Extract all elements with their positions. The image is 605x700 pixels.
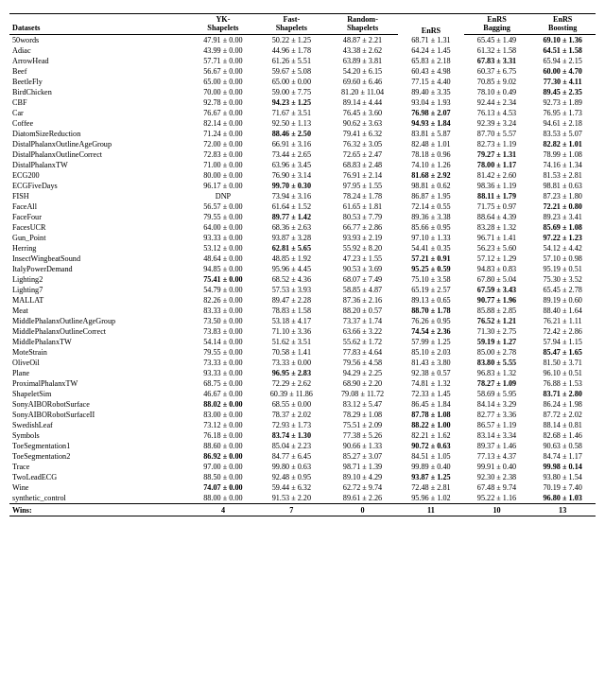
cell: FaceAll (9, 201, 190, 212)
table-row: InsectWingbeatSound48.64 ± 0.0048.85 ± 1… (9, 254, 596, 264)
cell: ArrowHead (9, 56, 190, 66)
cell: 78.29 ± 1.08 (327, 410, 398, 420)
cell: 88.60 ± 0.00 (190, 441, 256, 451)
cell: 83.12 ± 5.47 (327, 399, 398, 410)
cell: Herring (9, 243, 190, 254)
table-row: BirdChicken70.00 ± 0.0059.00 ± 7.7581.20… (9, 87, 596, 97)
cell: 93.80 ± 1.54 (529, 472, 596, 482)
cell: 62.72 ± 9.74 (327, 482, 398, 493)
bold-cell: 64.51 ± 1.58 (529, 45, 596, 56)
col-header-enrs-bagging: EnRS (464, 14, 530, 25)
bold-cell: 59.19 ± 1.27 (464, 337, 530, 347)
cell: 69.60 ± 6.46 (327, 77, 398, 87)
table-row: ECG20080.00 ± 0.0076.90 ± 3.1476.91 ± 2.… (9, 170, 596, 181)
col-subheader-enrs-boosting: Boosting (529, 24, 596, 35)
cell: Trace (9, 462, 190, 472)
cell: 97.00 ± 0.00 (190, 462, 256, 472)
cell: 82.68 ± 1.46 (529, 430, 596, 441)
header-row-2: Datasets Shapelets Shapelets Shapelets B… (9, 24, 596, 35)
table-row: FacesUCR64.00 ± 0.0068.36 ± 2.6366.77 ± … (9, 222, 596, 233)
cell: 93.33 ± 0.00 (190, 368, 256, 378)
cell: 86.57 ± 1.19 (464, 420, 530, 430)
table-row: Lighting754.79 ± 0.0057.53 ± 3.9358.85 ±… (9, 285, 596, 295)
cell: 85.00 ± 2.78 (464, 347, 530, 358)
cell: 76.26 ± 0.95 (398, 316, 464, 326)
cell: 59.67 ± 5.08 (256, 66, 327, 77)
cell: 89.23 ± 3.41 (529, 212, 596, 222)
bold-cell: 62.81 ± 5.65 (256, 243, 327, 254)
cell: 54.14 ± 0.00 (190, 337, 256, 347)
cell: 65.00 ± 0.00 (256, 77, 327, 87)
table-row: Plane93.33 ± 0.0096.95 ± 2.8394.29 ± 2.2… (9, 368, 596, 378)
wins-row: Wins:470111013 (9, 504, 596, 516)
cell: 86.45 ± 1.84 (398, 399, 464, 410)
cell: TwoLeadECG (9, 472, 190, 482)
table-row: ItalyPowerDemand94.85 ± 0.0095.96 ± 4.45… (9, 264, 596, 274)
cell: 91.53 ± 2.20 (256, 493, 327, 504)
bold-cell: 87.78 ± 1.08 (398, 410, 464, 420)
cell: 88.00 ± 0.00 (190, 493, 256, 504)
cell: 89.13 ± 0.65 (398, 295, 464, 306)
bold-cell: 94.93 ± 1.84 (398, 118, 464, 129)
cell: 71.75 ± 0.97 (464, 201, 530, 212)
cell: 98.36 ± 1.19 (464, 181, 530, 191)
cell: 86.87 ± 1.95 (398, 191, 464, 201)
cell: 85.66 ± 0.95 (398, 222, 464, 233)
cell: ItalyPowerDemand (9, 264, 190, 274)
table-row: SonyAIBORobotSurface88.02 ± 0.0068.55 ± … (9, 399, 596, 410)
cell: 83.53 ± 5.07 (529, 129, 596, 139)
wins-value: 0 (327, 504, 398, 516)
cell: 90.53 ± 3.69 (327, 264, 398, 274)
cell: 50words (9, 35, 190, 46)
cell: 83.28 ± 1.32 (464, 222, 530, 233)
cell: DistalPhalanxOutlineCorrect (9, 149, 190, 160)
cell: 79.41 ± 6.32 (327, 129, 398, 139)
cell: 54.12 ± 4.42 (529, 243, 596, 254)
cell: ShapeletSim (9, 389, 190, 399)
cell: 50.22 ± 1.25 (256, 35, 327, 46)
bold-cell: 74.54 ± 2.36 (398, 326, 464, 337)
cell: 94.61 ± 2.18 (529, 118, 596, 129)
table-row: ToeSegmentation188.60 ± 0.0085.04 ± 2.23… (9, 441, 596, 451)
cell: 88.20 ± 0.57 (327, 306, 398, 316)
bold-cell: 77.30 ± 4.11 (529, 77, 596, 87)
col-subheader-yk: Shapelets (190, 24, 256, 35)
table-row: ArrowHead57.71 ± 0.0061.26 ± 5.5163.89 ±… (9, 56, 596, 66)
cell: 81.53 ± 2.81 (529, 170, 596, 181)
cell: 93.04 ± 1.93 (398, 97, 464, 108)
col-header-yk: YK- (190, 14, 256, 25)
cell: 92.30 ± 2.38 (464, 472, 530, 482)
cell: 56.23 ± 5.60 (464, 243, 530, 254)
cell: 80.53 ± 7.79 (327, 212, 398, 222)
cell: 95.22 ± 1.16 (464, 493, 530, 504)
cell: 77.13 ± 4.37 (464, 451, 530, 462)
cell: 78.37 ± 2.02 (256, 410, 327, 420)
cell: 66.91 ± 3.16 (256, 139, 327, 149)
cell: DNP (190, 191, 256, 201)
cell: 74.16 ± 1.34 (529, 160, 596, 170)
cell: Gun_Point (9, 233, 190, 243)
cell: 87.72 ± 2.02 (529, 410, 596, 420)
table-row: FaceAll56.57 ± 0.0061.64 ± 1.5261.65 ± 1… (9, 201, 596, 212)
cell: 81.50 ± 3.71 (529, 358, 596, 368)
cell: 60.43 ± 4.98 (398, 66, 464, 77)
cell: 92.73 ± 1.89 (529, 97, 596, 108)
cell: 97.95 ± 1.55 (327, 181, 398, 191)
table-row: DistalPhalanxTW71.00 ± 0.0063.96 ± 3.456… (9, 160, 596, 170)
cell: 77.15 ± 4.40 (398, 77, 464, 87)
cell: 76.67 ± 0.00 (190, 108, 256, 118)
cell: 87.23 ± 1.80 (529, 191, 596, 201)
bold-cell: 85.69 ± 1.08 (529, 222, 596, 233)
cell: 68.90 ± 2.20 (327, 378, 398, 389)
cell: 60.37 ± 6.75 (464, 66, 530, 77)
cell: 54.79 ± 0.00 (190, 285, 256, 295)
table-row: ToeSegmentation286.92 ± 0.0084.77 ± 6.45… (9, 451, 596, 462)
cell: 81.20 ± 11.04 (327, 87, 398, 97)
cell: 72.93 ± 1.73 (256, 420, 327, 430)
cell: 86.24 ± 1.98 (529, 399, 596, 410)
cell: 73.33 ± 0.00 (256, 358, 327, 368)
cell: 73.44 ± 2.65 (256, 149, 327, 160)
cell: 93.33 ± 0.00 (190, 233, 256, 243)
cell: 82.26 ± 0.00 (190, 295, 256, 306)
cell: 83.00 ± 0.00 (190, 410, 256, 420)
